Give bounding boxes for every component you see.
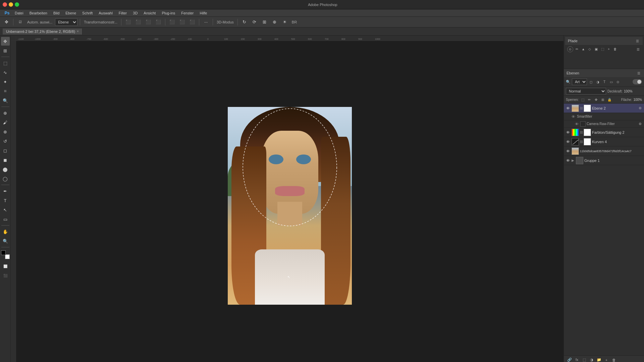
layer-filter-adjust-icon[interactable]: ◑ [595,79,600,84]
align-middle-icon[interactable]: ⬛ [134,18,143,26]
paths-panel-header[interactable]: Pfade ☰ [565,37,643,45]
layer-type-select[interactable]: Ebene Gruppe [55,18,77,26]
menu-item-datei[interactable]: Datei [12,10,26,16]
brush-tool[interactable]: 🖌 [1,118,10,127]
eraser-tool[interactable]: ◻ [1,146,10,155]
snap-icon[interactable]: ⊕ [270,18,279,26]
layer-filter-text-icon[interactable]: T [602,79,607,84]
rotate-3d-icon[interactable]: ↻ [240,18,249,26]
menu-item-bild[interactable]: Bild [51,10,62,16]
layer-ebene2-options[interactable]: ⚙ [637,106,643,111]
paths-options-icon[interactable]: ☰ [635,38,640,44]
lock-all-icon[interactable]: 🔒 [607,97,612,102]
clone-stamp-tool[interactable]: ⊗ [1,127,10,136]
distribute3-icon[interactable]: ⬛ [188,18,197,26]
screen-mode-tool[interactable]: ⬛ [1,271,10,280]
lock-transparent-icon[interactable]: ⬚ [580,97,585,102]
type-tool[interactable]: T [1,196,10,205]
layer-filter-smart-icon[interactable]: ⊙ [615,79,621,84]
crop-tool[interactable]: ⌗ [1,87,10,96]
lock-position-icon[interactable]: ✥ [593,97,599,102]
menu-item-schrift[interactable]: Schrift [79,10,95,16]
auto-select-checkbox[interactable]: ☑ [16,18,24,26]
align-bottom-icon[interactable]: ⬛ [144,18,153,26]
menu-item-auswahl[interactable]: Auswahl [96,10,115,16]
background-color-chip[interactable] [5,254,10,259]
path-pen-icon[interactable]: ✏ [574,46,580,52]
layer-kurven4-visibility[interactable]: 👁 [565,139,571,144]
layer-new-icon[interactable]: + [603,357,609,362]
lasso-tool[interactable]: ∿ [1,68,10,77]
pen-tool[interactable]: ✒ [1,187,10,195]
menu-item-bearbeiten[interactable]: Bearbeiten [27,10,50,16]
quick-select-tool[interactable]: ✦ [1,77,10,86]
layer-filter-toggle[interactable] [633,79,642,84]
lock-paint-icon[interactable]: ✏ [587,97,592,102]
tab-close-button[interactable]: × [77,29,79,33]
foreground-color-chip[interactable] [1,250,6,255]
layer-kurven4[interactable]: 👁 ⛓ Kurven 4 [564,137,644,146]
menu-item-filter[interactable]: Filter [116,10,129,16]
marquee-tool[interactable]: ⬚ [1,59,10,67]
layer-filter-shape-icon[interactable]: ▭ [608,79,614,84]
gradient-tool[interactable]: ◼ [1,156,10,164]
layer-gruppe1[interactable]: 👁 ▶ Gruppe 1 [564,156,644,165]
layer-delete-icon[interactable]: 🗑 [611,357,617,362]
artboard-tool[interactable]: ⊞ [1,46,10,55]
layer-group-icon[interactable]: 📁 [596,357,602,362]
layer-gruppe1-visibility[interactable]: 👁 [565,158,571,163]
align-top-icon[interactable]: ⬛ [124,18,132,26]
layer-camera-raw[interactable]: 👁 Camera Raw-Filter ⚙ [564,120,644,128]
menu-item-3d[interactable]: 3D [130,10,140,16]
hand-tool[interactable]: ✋ [1,227,10,236]
zoom-tool[interactable]: 🔍 [1,237,10,245]
layer-link-icon[interactable]: 🔗 [567,357,573,362]
minimize-button[interactable] [9,2,13,7]
layer-cameraraw-visibility[interactable]: 👁 [574,121,579,127]
healing-brush-tool[interactable]: ⊕ [1,109,10,117]
layer-cameraraw-options[interactable]: ⚙ [637,121,643,127]
blur-tool[interactable]: ⬤ [1,165,10,174]
gruppe1-arrow[interactable]: ▶ [572,159,575,162]
move-tool-icon[interactable]: ✥ [2,18,11,26]
menu-item-plug-ins[interactable]: Plug-ins [159,10,178,16]
blend-mode-select[interactable]: Normal [566,88,606,95]
close-button[interactable] [3,2,7,7]
shape-tool[interactable]: ▭ [1,215,10,224]
path-fill-icon[interactable]: ▲ [581,46,586,52]
layer-smartfilter[interactable]: 👁 Smartfilter [564,113,644,120]
layer-farbton-visibility[interactable]: 👁 [565,130,571,135]
ps-home-icon[interactable]: Ps [3,9,11,17]
rollback-icon[interactable]: ⟳ [250,18,259,26]
layer-filter-type-icon[interactable]: ◻ [588,79,594,84]
layer-ebene2-visibility[interactable]: 👁 [565,106,571,111]
layers-menu-icon[interactable]: ☰ [636,70,641,76]
more-options-icon[interactable]: ··· [202,18,210,26]
menu-item-hilfe[interactable]: Hilfe [197,10,210,16]
history-brush-tool[interactable]: ↺ [1,137,10,145]
menu-item-ansicht[interactable]: Ansicht [141,10,158,16]
path-delete-icon[interactable]: 🗑 [612,46,618,52]
path-select-tool[interactable]: ↖ [1,205,10,214]
layer-hash[interactable]: 👁 11b0d5dcae835708d472f6d3f14ca4c7 [564,146,644,156]
paths-collapse-icon[interactable]: ☰ [635,47,641,52]
path-stroke-icon[interactable]: ◇ [587,46,592,52]
move-tool[interactable]: ✥ [1,37,10,46]
eyedropper-tool[interactable]: 🔍 [1,96,10,105]
active-tab[interactable]: Unbenannt-2 bei 37,1% (Ebene 2, RGB/8) × [3,28,83,35]
lock-artboard-icon[interactable]: ⊞ [600,97,605,102]
layer-fx-icon[interactable]: fx [574,357,580,362]
quick-mask-tool[interactable]: ⬜ [1,262,10,270]
grid-icon[interactable]: ⊞ [260,18,269,26]
path-circle-icon[interactable]: ⊙ [567,46,573,52]
path-load-icon[interactable]: ▣ [593,46,599,52]
layer-mask-add-icon[interactable]: ⬚ [581,357,587,362]
distribute-icon[interactable]: ⬛ [168,18,176,26]
layer-adjustment-icon[interactable]: ◑ [589,357,595,362]
align-left-icon[interactable]: ⬛ [154,18,163,26]
layer-smartfilter-visibility[interactable]: 👁 [571,114,576,119]
layer-filter-select[interactable]: Art [572,78,587,85]
maximize-button[interactable] [15,2,19,7]
menu-item-ebene[interactable]: Ebene [63,10,79,16]
layer-hash-visibility[interactable]: 👁 [565,148,571,154]
